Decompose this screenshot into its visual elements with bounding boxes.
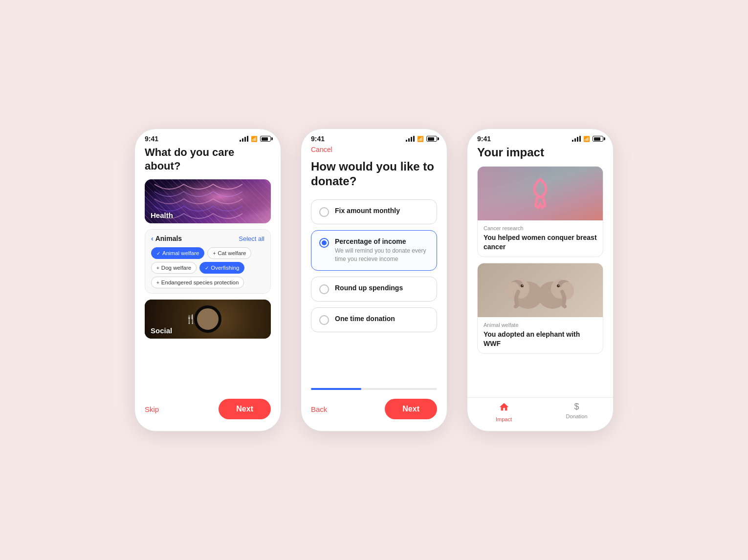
option-percentage[interactable]: Percentage of income We will remind you … (311, 230, 437, 271)
wifi-icon-2: 📶 (417, 136, 424, 142)
status-time-3: 9:41 (477, 135, 491, 143)
signal-icon-1 (240, 136, 248, 142)
radio-inner (322, 240, 327, 245)
tag-label: Animal welfare (162, 250, 199, 256)
phone2-title: How would you like to donate? (311, 159, 437, 189)
phone-1: 9:41 📶 What do you care about? (134, 129, 281, 431)
social-label: Social (145, 323, 178, 339)
tag-label: Dog welfare (161, 265, 191, 271)
status-icons-2: 📶 (406, 136, 437, 142)
status-bar-3: 9:41 📶 (467, 129, 613, 146)
food-plate (194, 305, 221, 333)
wifi-icon-1: 📶 (251, 136, 258, 142)
impact-category-elephant: Animal welfate (484, 322, 597, 328)
svg-point-11 (557, 284, 560, 287)
radio-roundup (319, 284, 329, 294)
option-text-percentage: Percentage of income We will remind you … (335, 237, 429, 263)
option-text-roundup: Round up spendings (335, 284, 429, 292)
impact-card-body-elephant: Animal welfate You adopted an elephant w… (478, 317, 603, 353)
radio-fix-amount (319, 207, 329, 217)
fork-icon: 🍴 (185, 314, 196, 324)
tag-label: Overfishing (211, 265, 239, 271)
tag-animal-welfare[interactable]: ✓ Animal welfare (151, 247, 204, 259)
svg-point-12 (558, 285, 559, 286)
cancel-button[interactable]: Cancel (311, 146, 437, 153)
home-icon (499, 402, 509, 415)
radio-percentage (319, 238, 329, 248)
phone-3: 9:41 📶 Your impact (467, 129, 614, 431)
option-subtitle-percentage: We will remind you to donate every time … (335, 247, 429, 263)
impact-card-cancer[interactable]: Cancer research You helped women conquer… (477, 166, 603, 257)
svg-point-6 (522, 285, 523, 286)
progress-section (301, 388, 447, 390)
battery-icon-2 (426, 136, 437, 142)
option-title-percentage: Percentage of income (335, 237, 429, 245)
svg-point-5 (521, 284, 524, 287)
skip-button[interactable]: Skip (145, 405, 159, 413)
back-button[interactable]: Back (311, 405, 327, 413)
option-one-time[interactable]: One time donation (311, 307, 437, 332)
option-text-fix: Fix amount monthly (335, 207, 429, 215)
option-fix-amount[interactable]: Fix amount monthly (311, 199, 437, 224)
cancer-image (478, 167, 603, 220)
option-title-fix: Fix amount monthly (335, 207, 429, 215)
tag-label: Cat welfare (218, 250, 246, 256)
option-roundup[interactable]: Round up spendings (311, 277, 437, 302)
progress-bar-fill (311, 388, 361, 390)
tag-endangered[interactable]: + Endangered species protection (151, 277, 244, 288)
impact-description-elephant: You adopted an elephant with WWF (484, 330, 597, 348)
phone2-body: Cancel How would you like to donate? Fix… (301, 146, 447, 388)
phone2-footer: Back Next (301, 394, 447, 431)
signal-icon-3 (572, 136, 581, 142)
chevron-left-icon: ‹ (151, 235, 154, 242)
phone-2: 9:41 📶 Cancel How would you like to dona… (301, 129, 447, 431)
nav-item-donation[interactable]: $ Donation (540, 402, 613, 422)
wifi-icon-3: 📶 (583, 136, 590, 142)
status-icons-1: 📶 (240, 136, 271, 142)
tag-label: Endangered species protection (161, 280, 239, 285)
fork-knife-icon: 🍴 (185, 314, 196, 324)
check-icon: ✓ (156, 251, 160, 256)
cancer-ribbon-icon (526, 175, 555, 212)
impact-title: Your impact (477, 146, 603, 159)
phone1-body: What do you care about? (135, 146, 281, 392)
social-card[interactable]: 🍴 Social (145, 300, 271, 339)
radio-one-time (319, 315, 329, 325)
animals-header: ‹ Animals Select all (151, 235, 264, 242)
impact-card-body-cancer: Cancer research You helped women conquer… (478, 220, 603, 257)
impact-card-elephant[interactable]: Animal welfate You adopted an elephant w… (477, 263, 603, 354)
tag-dog-welfare[interactable]: + Dog welfare (151, 262, 197, 274)
plus-icon: + (156, 265, 159, 271)
status-bar-2: 9:41 📶 (301, 129, 447, 146)
battery-icon-1 (260, 136, 271, 142)
dollar-icon: $ (574, 402, 579, 412)
phone1-title: What do you care about? (145, 146, 271, 172)
phone3-nav: Impact $ Donation (467, 397, 613, 431)
status-icons-3: 📶 (572, 136, 603, 142)
tag-cat-welfare[interactable]: + Cat welfare (207, 247, 251, 259)
next-button-1[interactable]: Next (219, 399, 271, 419)
tag-overfishing[interactable]: ✓ Overfishing (199, 262, 244, 274)
nav-label-donation: Donation (566, 413, 587, 419)
option-title-one-time: One time donation (335, 315, 429, 323)
select-all-button[interactable]: Select all (239, 235, 264, 242)
plus-icon: + (156, 280, 159, 285)
signal-icon-2 (406, 136, 415, 142)
battery-icon-3 (593, 136, 603, 142)
status-time-2: 9:41 (311, 135, 325, 143)
option-title-roundup: Round up spendings (335, 284, 429, 292)
check-icon: ✓ (205, 265, 209, 271)
health-label: Health (145, 207, 179, 223)
nav-label-impact: Impact (496, 416, 512, 422)
status-time-1: 9:41 (145, 135, 158, 143)
tag-group: ✓ Animal welfare + Cat welfare + Dog wel… (151, 247, 264, 288)
animals-label: Animals (155, 235, 182, 242)
phone3-body: Your impact Cancer researc (467, 146, 613, 397)
nav-item-impact[interactable]: Impact (467, 402, 540, 422)
phone1-footer: Skip Next (135, 392, 281, 431)
impact-description-cancer: You helped women conquer breast cancer (484, 233, 597, 252)
impact-category-cancer: Cancer research (484, 225, 597, 231)
next-button-2[interactable]: Next (385, 399, 437, 419)
health-card[interactable]: Health (145, 179, 271, 223)
animals-back: ‹ Animals (151, 235, 182, 242)
